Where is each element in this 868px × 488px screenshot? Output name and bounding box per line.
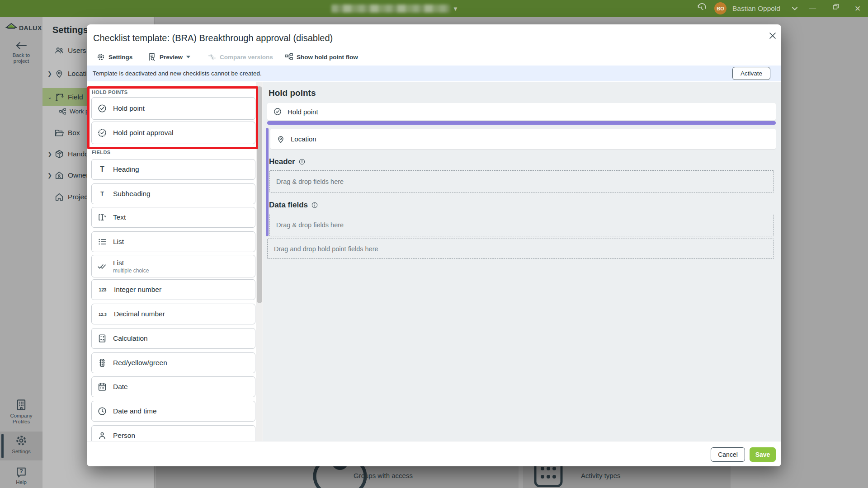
palette-item-label: Heading: [113, 165, 139, 174]
palette-field-person[interactable]: Person: [91, 425, 255, 441]
avatar[interactable]: BO: [714, 2, 726, 14]
location-pin-icon: [276, 135, 285, 144]
hold-point-dropzone[interactable]: Drag and drop hold point fields here: [267, 239, 774, 259]
canvas-title: Hold points: [269, 88, 316, 98]
palette-item-label: Integer number: [114, 286, 161, 294]
preview-caret-icon: [186, 55, 191, 59]
window-restore-icon[interactable]: [833, 4, 839, 10]
palette-field-subheading[interactable]: T Subheading: [91, 183, 255, 204]
palette-field-list[interactable]: List: [91, 231, 255, 252]
preview-icon: [147, 52, 156, 61]
palette-field-heading[interactable]: T Heading: [91, 159, 255, 180]
deactivated-banner: Template is deactivated and new checklis…: [87, 66, 781, 81]
palette-field-text[interactable]: Text: [91, 207, 255, 228]
palette-item-sublabel: multiple choice: [113, 267, 149, 274]
palette-item-label: Hold point approval: [113, 129, 174, 137]
header-label-text: Header: [269, 157, 295, 166]
sidebar-item-label: Box: [68, 129, 80, 137]
svg-text:123: 123: [99, 287, 107, 292]
data-fields-dropzone[interactable]: Drag & drop fields here: [269, 214, 774, 236]
app-root: ▼ BO Bastian Oppold — ✕ DALUX: [0, 0, 868, 488]
selected-group-stripe: [266, 128, 269, 236]
person-icon: [97, 431, 107, 441]
chevron-right-icon[interactable]: ❯: [42, 172, 54, 178]
dalux-logo[interactable]: DALUX: [5, 23, 42, 33]
location-pin-icon: [54, 69, 68, 79]
chevron-right-icon[interactable]: ❯: [42, 70, 54, 77]
sidebar-item-label: Hando: [68, 150, 89, 158]
svg-text:T: T: [100, 165, 104, 173]
circle-check-icon: [97, 103, 107, 113]
badge-check-icon: [97, 128, 107, 138]
folder-icon: [54, 128, 68, 138]
toolbar-preview-button[interactable]: Preview: [147, 50, 191, 64]
back-to-project-button[interactable]: Back to project: [0, 41, 42, 64]
window-close-icon[interactable]: ✕: [854, 4, 861, 14]
palette-hold-point[interactable]: Hold point: [91, 97, 255, 120]
calculator-icon: [97, 333, 107, 343]
palette-item-label: List: [113, 238, 124, 246]
palette-field-decimal[interactable]: 12.3 Decimal number: [91, 304, 255, 324]
palette-field-integer[interactable]: 123 Integer number: [91, 279, 255, 300]
info-icon[interactable]: [311, 202, 318, 209]
save-button[interactable]: Save: [750, 447, 776, 462]
activity-card-label: Activity types: [581, 472, 621, 479]
header-section-label: Header: [269, 157, 306, 166]
project-selector-blurred[interactable]: [331, 5, 450, 13]
subheading-icon: T: [97, 189, 107, 199]
rail-help-label: Help: [0, 479, 42, 485]
palette-item-label: Date and time: [113, 407, 157, 415]
integer-icon: 123: [97, 285, 108, 295]
chevron-down-icon[interactable]: ⌄: [42, 94, 54, 100]
help-question-glyph: ?: [0, 468, 42, 474]
crane-icon: [54, 92, 68, 102]
history-icon[interactable]: [696, 3, 707, 14]
header-dropzone[interactable]: Drag & drop fields here: [269, 170, 774, 192]
rail-item-company-profiles[interactable]: Company Profiles: [0, 398, 42, 425]
workflow-icon: [59, 108, 70, 115]
info-icon[interactable]: [298, 158, 306, 165]
rail-item-help[interactable]: ? Help: [0, 466, 42, 485]
svg-text:T: T: [100, 191, 104, 197]
palette-hold-point-approval[interactable]: Hold point approval: [91, 122, 255, 144]
groups-with-access-card[interactable]: Groups with access: [156, 466, 519, 488]
owner-house-icon: [54, 170, 68, 180]
palette-field-list-multiple[interactable]: List multiple choice: [91, 255, 255, 277]
company-profiles-label-line2: Profiles: [0, 419, 42, 425]
palette-scrollbar[interactable]: [256, 82, 263, 441]
user-name[interactable]: Bastian Oppold: [732, 5, 780, 13]
canvas-location-field[interactable]: Location: [270, 129, 776, 149]
canvas-hold-point-selected[interactable]: Hold point: [267, 103, 776, 120]
svg-text:12.3: 12.3: [99, 312, 107, 317]
traffic-light-icon: [97, 358, 107, 368]
cancel-button[interactable]: Cancel: [711, 447, 745, 462]
window-minimize-icon[interactable]: —: [809, 4, 816, 12]
user-menu-caret-icon[interactable]: [791, 6, 798, 11]
project-selector-caret-icon[interactable]: ▼: [453, 5, 458, 12]
activate-button[interactable]: Activate: [732, 67, 770, 80]
toolbar-settings-button[interactable]: Settings: [96, 50, 132, 64]
palette-field-red-yellow-green[interactable]: Red/yellow/green: [91, 352, 255, 373]
modal-title: Checklist template: (BRA) Breakthrough a…: [93, 33, 333, 43]
activity-types-card[interactable]: Activity types: [523, 466, 731, 488]
compare-versions-icon: [208, 52, 217, 61]
rail-settings-label: Settings: [0, 449, 42, 455]
field-palette: HOLD POINTS Hold point Hold point approv…: [87, 82, 263, 441]
toolbar-show-flow-button[interactable]: Show hold point flow: [284, 50, 358, 64]
topbar: ▼ BO Bastian Oppold — ✕: [0, 0, 868, 17]
text-cursor-icon: [97, 212, 107, 222]
palette-item-label: List: [113, 259, 149, 267]
palette-field-calculation[interactable]: Calculation: [91, 328, 255, 349]
rail-item-settings[interactable]: Settings: [0, 434, 42, 455]
left-rail: DALUX Back to project: [0, 17, 42, 488]
dropzone-hint: Drag & drop fields here: [276, 221, 344, 229]
palette-field-date[interactable]: Date: [91, 376, 255, 397]
modal-close-icon[interactable]: [766, 29, 779, 42]
chevron-right-icon[interactable]: ❯: [42, 151, 54, 157]
data-fields-section-label: Data fields: [269, 201, 318, 210]
users-icon: [54, 46, 68, 56]
palette-field-date-time[interactable]: Date and time: [91, 401, 255, 422]
palette-scrollbar-thumb[interactable]: [257, 86, 262, 303]
back-label-line1: Back to: [0, 52, 42, 58]
toolbar-show-flow-label: Show hold point flow: [297, 54, 358, 61]
